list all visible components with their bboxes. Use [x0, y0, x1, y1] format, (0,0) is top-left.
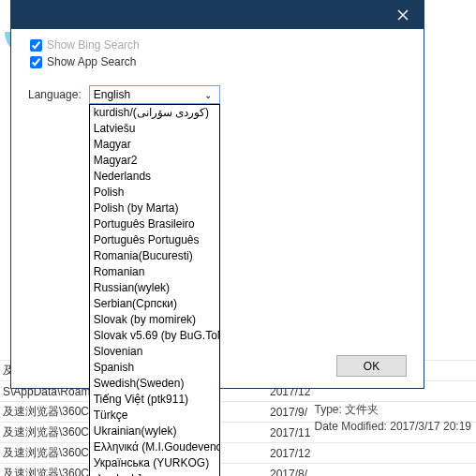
language-option[interactable]: Serbian(Српски) [90, 296, 219, 312]
language-option[interactable]: Swedish(Sweden) [90, 376, 219, 392]
list-item[interactable]: 及速浏览器\360Chr2017/8/ [0, 463, 476, 476]
language-option[interactable]: Latviešu [90, 121, 219, 137]
language-option[interactable]: Português Brasileiro [90, 216, 219, 232]
language-option[interactable]: Português Português [90, 232, 219, 248]
show-bing-label: Show Bing Search [47, 38, 140, 52]
type-info: Type: 文件夹 [315, 402, 471, 418]
show-bing-checkbox[interactable] [30, 39, 42, 52]
language-option[interactable]: kurdish/(کوردی سۆرانی) [90, 105, 219, 121]
file-date: 2017/12 [262, 447, 337, 460]
language-option[interactable]: Magyar [90, 137, 219, 153]
show-app-label: Show App Search [47, 55, 136, 68]
language-option[interactable]: Romania(Bucuresti) [90, 248, 219, 264]
language-option[interactable]: Russian(wylek) [90, 280, 219, 296]
language-option[interactable]: Հայերեն [90, 471, 219, 476]
language-option[interactable]: Romanian [90, 264, 219, 280]
language-option[interactable]: Nederlands [90, 169, 219, 185]
show-app-row: Show App Search [30, 55, 407, 68]
language-option[interactable]: Slovenian [90, 344, 219, 360]
language-option[interactable]: Polish (by Marta) [90, 201, 219, 216]
language-selected: English [94, 88, 130, 101]
modified-info: Date Modified: 2017/3/17 20:19 [315, 420, 471, 433]
language-option[interactable]: Ελληνικά (M.I.Goudevenos [90, 439, 219, 455]
titlebar [11, 1, 424, 29]
file-date: 2017/8/ [262, 468, 337, 477]
language-option[interactable]: Slovak (by momirek) [90, 312, 219, 328]
language-label: Language: [28, 88, 82, 101]
settings-dialog: Show Bing Search Show App Search Languag… [10, 0, 424, 389]
language-option[interactable]: Slovak v5.69 (by BuG.ToM [90, 328, 219, 344]
language-option[interactable]: Spanish [90, 360, 219, 376]
language-option[interactable]: Ukrainian(wylek) [90, 424, 219, 439]
language-option[interactable]: Magyar2 [90, 153, 219, 169]
ok-button[interactable]: OK [336, 355, 407, 377]
language-dropdown[interactable]: kurdish/(کوردی سۆرانی)LatviešuMagyarMagy… [89, 104, 220, 476]
language-option[interactable]: Türkçe [90, 408, 219, 424]
language-option[interactable]: Українська (YURKOG) [90, 455, 219, 471]
list-item[interactable]: 及速浏览器\360Chrc2017/12 [0, 442, 476, 463]
show-bing-row: Show Bing Search [30, 38, 407, 52]
chevron-down-icon: ⌄ [201, 90, 216, 100]
language-combo[interactable]: English ⌄ kurdish/(کوردی سۆرانی)Latviešu… [89, 85, 220, 104]
show-app-checkbox[interactable] [30, 56, 42, 68]
language-option[interactable]: Polish [90, 185, 219, 201]
language-option[interactable]: Tiếng Việt (ptk911) [90, 392, 219, 408]
close-button[interactable] [381, 1, 424, 29]
